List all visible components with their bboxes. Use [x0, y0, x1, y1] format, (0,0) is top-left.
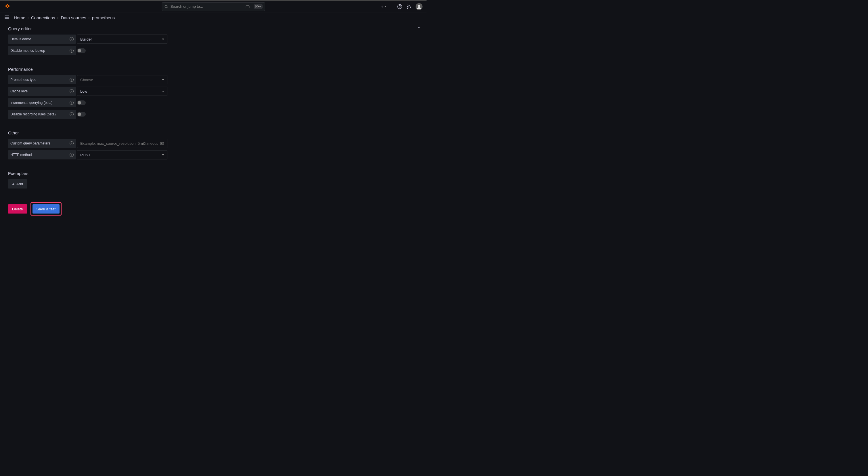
footer-actions: Delete Save & test	[8, 202, 418, 215]
section-title: Query editor	[8, 26, 418, 31]
global-search[interactable]: Search or jump to... ⌘+k	[162, 2, 265, 11]
info-icon[interactable]: i	[70, 153, 74, 157]
info-icon[interactable]: i	[70, 49, 74, 53]
hamburger-icon	[4, 14, 10, 20]
highlight-annotation: Save & test	[30, 202, 62, 215]
prometheus-type-select[interactable]: Choose	[77, 75, 167, 84]
breadcrumb-separator: ›	[89, 16, 90, 20]
grafana-logo[interactable]	[4, 3, 11, 10]
plus-icon	[381, 4, 383, 9]
breadcrumb-home[interactable]: Home	[14, 15, 25, 20]
chevron-down-icon	[162, 154, 164, 156]
cache-level-select[interactable]: Low	[77, 87, 167, 96]
search-shortcut: ⌘+k	[254, 4, 262, 9]
info-icon[interactable]: i	[70, 37, 74, 41]
add-menu[interactable]	[381, 4, 386, 9]
info-icon[interactable]: i	[70, 78, 74, 82]
disable-metrics-toggle[interactable]	[77, 48, 86, 53]
section-other: Other Custom query parameters i HTTP met…	[8, 130, 418, 159]
field-prometheus-type: Prometheus type i Choose	[8, 75, 418, 84]
save-test-button[interactable]: Save & test	[32, 204, 60, 213]
menu-toggle[interactable]	[4, 14, 10, 21]
custom-query-input[interactable]	[77, 139, 167, 148]
info-icon[interactable]: i	[70, 112, 74, 116]
svg-point-6	[407, 8, 408, 8]
field-incremental-querying: Incremental querying (beta) i	[8, 98, 418, 107]
section-performance: Performance Prometheus type i Choose Cac…	[8, 67, 418, 119]
field-disable-metrics: Disable metrics lookup i	[8, 46, 418, 55]
field-label: Disable metrics lookup i	[8, 46, 76, 55]
svg-point-1	[165, 5, 167, 7]
http-method-select[interactable]: POST	[77, 150, 167, 159]
chevron-down-icon	[162, 79, 164, 81]
chevron-down-icon	[162, 91, 164, 92]
keyboard-icon	[246, 5, 250, 8]
add-exemplar-button[interactable]: Add	[8, 179, 27, 188]
svg-point-0	[7, 5, 8, 7]
svg-line-2	[167, 7, 168, 8]
field-label: Default editor i	[8, 34, 76, 44]
field-http-method: HTTP method i POST	[8, 150, 418, 159]
help-button[interactable]	[397, 4, 402, 9]
plus-icon	[12, 182, 15, 186]
top-bar: Search or jump to... ⌘+k	[0, 1, 427, 12]
breadcrumb-current[interactable]: prometheus	[92, 15, 115, 20]
field-label: Cache level i	[8, 87, 76, 96]
section-exemplars: Exemplars Add	[8, 171, 418, 188]
info-icon[interactable]: i	[70, 89, 74, 93]
info-icon[interactable]: i	[70, 101, 74, 105]
breadcrumb-connections[interactable]: Connections	[31, 15, 55, 20]
disable-recording-toggle[interactable]	[77, 112, 86, 117]
svg-point-7	[418, 5, 420, 7]
main-content: Query editor Default editor i Builder Di…	[0, 23, 427, 233]
incremental-querying-toggle[interactable]	[77, 100, 86, 105]
chevron-up-icon	[417, 25, 421, 30]
breadcrumb-data-sources[interactable]: Data sources	[61, 15, 86, 20]
section-title: Other	[8, 130, 418, 135]
field-label: Custom query parameters i	[8, 139, 76, 148]
svg-point-5	[400, 7, 400, 8]
field-cache-level: Cache level i Low	[8, 87, 418, 96]
field-default-editor: Default editor i Builder	[8, 34, 418, 44]
avatar-icon	[416, 4, 422, 9]
rss-icon	[406, 4, 411, 9]
section-title: Exemplars	[8, 171, 418, 176]
help-icon	[397, 4, 402, 9]
chevron-down-icon	[162, 38, 164, 40]
section-query-editor: Query editor Default editor i Builder Di…	[8, 26, 418, 55]
delete-button[interactable]: Delete	[8, 204, 27, 213]
svg-rect-3	[246, 5, 249, 8]
info-icon[interactable]: i	[70, 141, 74, 145]
user-avatar[interactable]	[415, 3, 423, 10]
default-editor-select[interactable]: Builder	[77, 34, 167, 44]
collapse-toggle[interactable]	[417, 25, 421, 30]
field-label: Prometheus type i	[8, 75, 76, 84]
breadcrumb-bar: Home › Connections › Data sources › prom…	[0, 12, 427, 23]
field-label: Incremental querying (beta) i	[8, 98, 76, 107]
field-disable-recording: Disable recording rules (beta) i	[8, 110, 418, 119]
news-button[interactable]	[406, 4, 411, 9]
breadcrumbs: Home › Connections › Data sources › prom…	[14, 15, 115, 20]
breadcrumb-separator: ›	[28, 16, 29, 20]
search-placeholder: Search or jump to...	[170, 4, 246, 9]
field-custom-query: Custom query parameters i	[8, 139, 418, 148]
section-title: Performance	[8, 67, 418, 72]
field-label: HTTP method i	[8, 150, 76, 159]
breadcrumb-separator: ›	[57, 16, 58, 20]
field-label: Disable recording rules (beta) i	[8, 110, 76, 119]
chevron-down-icon	[384, 6, 386, 7]
search-icon	[164, 5, 168, 9]
